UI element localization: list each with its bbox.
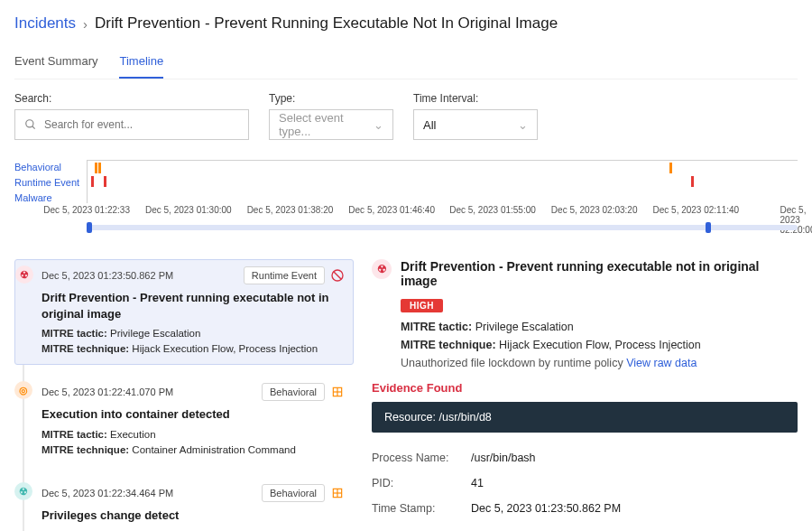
event-timestamp: Dec 5, 2023 01:22:34.464 PM [42, 488, 173, 498]
kv-val: /usr/bin/bash [471, 452, 536, 464]
evidence-heading: Evidence Found [372, 381, 798, 395]
interval-label: Time Interval: [413, 92, 538, 105]
svg-point-0 [26, 120, 33, 127]
event-title: Privileges change detect [42, 508, 345, 524]
event-card[interactable]: ☢ Dec 5, 2023 01:22:34.464 PM Behavioral… [14, 477, 354, 531]
prohibited-icon [330, 268, 345, 283]
table-row: Process Name: /usr/bin/bash [372, 445, 798, 470]
type-placeholder: Select event type... [279, 111, 374, 138]
range-track [87, 225, 798, 230]
event-title: Drift Prevention - Prevent running execu… [42, 290, 345, 321]
table-row: PID: 41 [372, 470, 798, 496]
radiation-icon: ☢ [14, 482, 32, 500]
range-handle-start[interactable] [87, 222, 92, 233]
event-type-badge: Behavioral [262, 383, 325, 401]
search-label: Search: [14, 92, 249, 105]
filter-bar: Search: Type: Select event type... ⌄ Tim… [14, 92, 798, 140]
radiation-icon: ☢ [15, 266, 33, 284]
event-meta: MITRE tactic: Execution MITRE technique:… [42, 427, 345, 457]
event-list: ☢ Dec 5, 2023 01:23:50.862 PM Runtime Ev… [14, 259, 354, 531]
axis-tick: Dec 5, 2023 01:55:00 [449, 205, 536, 215]
axis-tick: Dec 5, 2023 02:11:40 [653, 205, 740, 215]
kv-val: 41 [471, 477, 484, 489]
evidence-table: Process Name: /usr/bin/bash PID: 41 Time… [372, 445, 798, 521]
tabs: Event Summary Timeline [14, 49, 798, 79]
event-card[interactable]: ☢ Dec 5, 2023 01:23:50.862 PM Runtime Ev… [14, 259, 354, 365]
svg-line-1 [32, 126, 35, 129]
breadcrumb-current: Drift Prevention - Prevent Running Execu… [95, 14, 558, 33]
timeline-category-labels: Behavioral Runtime Event Malware [14, 160, 87, 234]
search-field[interactable] [44, 118, 239, 131]
resource-bar: Resource: /usr/bin/d8 [372, 402, 798, 433]
breadcrumb: Incidents › Drift Prevention - Prevent R… [14, 14, 798, 33]
tab-timeline[interactable]: Timeline [119, 49, 163, 79]
event-marker[interactable] [104, 176, 106, 187]
axis-tick: Dec 5, 2023 02:03:20 [551, 205, 638, 215]
type-label: Type: [269, 92, 393, 105]
event-type-badge: Behavioral [262, 484, 325, 502]
timeline-axis: Dec 5, 2023 01:22:33 Dec 5, 2023 01:30:0… [87, 205, 798, 218]
search-input[interactable] [14, 109, 249, 140]
detail-title: Drift Prevention - Prevent running execu… [401, 259, 798, 288]
timeline-row-label[interactable]: Behavioral [14, 160, 79, 174]
event-marker[interactable] [95, 163, 97, 173]
tab-event-summary[interactable]: Event Summary [14, 49, 97, 79]
event-card[interactable]: ◎ Dec 5, 2023 01:22:41.070 PM Behavioral… [14, 376, 354, 466]
timeline-row-label[interactable]: Runtime Event [14, 175, 79, 190]
breadcrumb-root-link[interactable]: Incidents [14, 14, 76, 33]
radiation-icon: ☢ [372, 259, 392, 279]
event-type-badge: Runtime Event [244, 266, 325, 284]
event-detail-panel: ☢ Drift Prevention - Prevent running exe… [372, 259, 798, 531]
event-marker[interactable] [669, 163, 672, 173]
chevron-right-icon: › [83, 16, 88, 32]
event-timestamp: Dec 5, 2023 01:22:41.070 PM [42, 387, 173, 397]
chevron-down-icon: ⌄ [374, 118, 383, 132]
event-marker[interactable] [91, 176, 94, 187]
axis-tick: Dec 5, 2023 01:38:20 [247, 205, 334, 215]
interval-value: All [423, 118, 436, 132]
table-row: Time Stamp: Dec 5, 2023 01:23:50.862 PM [372, 496, 798, 521]
kv-key: Time Stamp: [372, 502, 471, 515]
axis-tick: Dec 5, 2023 01:30:00 [145, 205, 232, 215]
expand-icon[interactable] [330, 486, 345, 500]
axis-tick: Dec 5, 2023 01:22:33 [43, 205, 130, 215]
expand-icon[interactable] [330, 385, 345, 399]
timeline-row-malware [87, 189, 798, 203]
event-timestamp: Dec 5, 2023 01:23:50.862 PM [42, 270, 173, 281]
target-icon: ◎ [14, 381, 32, 399]
time-range-selector[interactable] [87, 221, 798, 234]
axis-tick: Dec 5, 2023 01:46:40 [348, 205, 435, 215]
timeline-row-behavioral [87, 160, 798, 174]
chevron-down-icon: ⌄ [518, 118, 528, 132]
timeline-row-runtime [87, 174, 798, 189]
range-handle-end[interactable] [706, 222, 711, 233]
event-marker[interactable] [691, 176, 694, 187]
search-icon [24, 118, 37, 131]
timeline-chart: Behavioral Runtime Event Malware Dec 5, … [14, 160, 798, 234]
type-select[interactable]: Select event type... ⌄ [269, 109, 393, 140]
detail-meta: MITRE tactic: Privilege Escalation MITRE… [401, 318, 798, 372]
view-raw-data-link[interactable]: View raw data [626, 357, 697, 369]
interval-select[interactable]: All ⌄ [413, 109, 538, 140]
timeline-row-label[interactable]: Malware [14, 191, 79, 205]
event-meta: MITRE tactic: Privilege Escalation MITRE… [42, 326, 345, 356]
kv-key: Process Name: [372, 452, 471, 464]
event-marker[interactable] [98, 163, 101, 173]
kv-key: PID: [372, 477, 471, 489]
severity-badge: HIGH [401, 299, 443, 312]
svg-line-3 [334, 272, 341, 279]
timeline-plot[interactable]: Dec 5, 2023 01:22:33 Dec 5, 2023 01:30:0… [87, 160, 798, 234]
event-title: Execution into container detected [42, 406, 345, 423]
kv-val: Dec 5, 2023 01:23:50.862 PM [471, 502, 621, 515]
